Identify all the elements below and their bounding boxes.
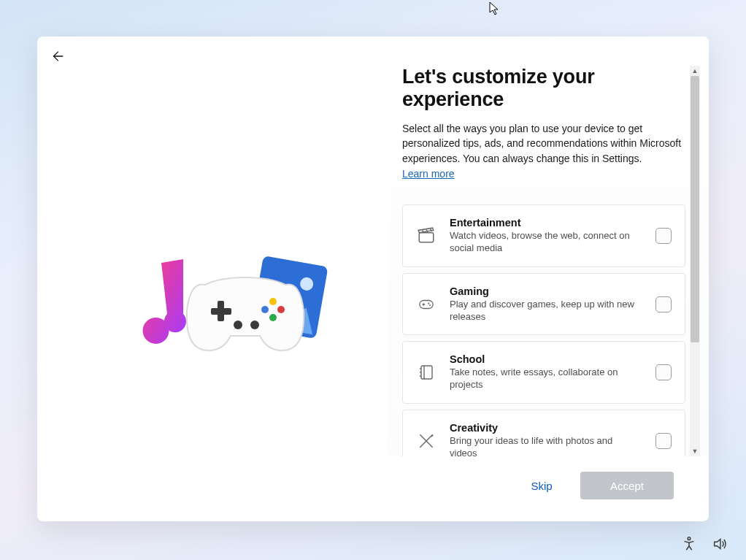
- notebook-icon: [416, 362, 437, 383]
- option-school[interactable]: School Take notes, write essays, collabo…: [402, 341, 685, 404]
- volume-icon[interactable]: [711, 535, 728, 553]
- hero-illustration: [132, 241, 351, 387]
- svg-point-5: [261, 306, 269, 313]
- option-title: School: [450, 353, 642, 365]
- option-checkbox[interactable]: [655, 228, 672, 244]
- scroll-track[interactable]: [690, 76, 700, 446]
- option-checkbox[interactable]: [655, 296, 672, 312]
- option-checkbox[interactable]: [655, 433, 672, 449]
- options-pane: Let's customize your experience Select a…: [388, 37, 709, 456]
- skip-button[interactable]: Skip: [523, 472, 560, 499]
- svg-rect-11: [420, 300, 433, 308]
- brush-pencil-icon: [416, 431, 437, 451]
- svg-point-7: [269, 314, 277, 321]
- system-tray: [680, 535, 728, 553]
- cursor-arrow-icon: [489, 1, 501, 16]
- option-title: Creativity: [450, 422, 642, 434]
- scrollbar[interactable]: ▲ ▼: [690, 66, 700, 456]
- clapperboard-icon: [416, 226, 437, 246]
- option-creativity[interactable]: Creativity Bring your ideas to life with…: [402, 410, 685, 456]
- svg-point-12: [428, 302, 429, 304]
- page-title: Let's customize your experience: [402, 66, 685, 111]
- gamepad-icon: [416, 294, 437, 315]
- option-desc: Take notes, write essays, collaborate on…: [450, 367, 642, 391]
- page-subtext: Select all the ways you plan to use your…: [402, 121, 685, 166]
- svg-point-4: [269, 298, 277, 305]
- content-area: Let's customize your experience Select a…: [37, 37, 709, 521]
- svg-point-8: [234, 321, 242, 329]
- accessibility-icon[interactable]: [680, 535, 698, 553]
- option-desc: Watch videos, browse the web, connect on…: [450, 230, 642, 255]
- accept-button[interactable]: Accept: [580, 472, 674, 499]
- scroll-down-arrow-icon[interactable]: ▼: [690, 446, 700, 456]
- option-text: Creativity Bring your ideas to life with…: [450, 422, 642, 456]
- option-desc: Play and discover games, keep up with ne…: [450, 299, 642, 323]
- svg-rect-10: [419, 232, 434, 242]
- scroll-up-arrow-icon[interactable]: ▲: [690, 66, 700, 76]
- learn-more-link[interactable]: Learn more: [402, 168, 455, 180]
- svg-rect-14: [421, 366, 432, 379]
- option-text: School Take notes, write essays, collabo…: [450, 353, 642, 391]
- svg-point-9: [250, 321, 259, 329]
- button-row: Skip Accept: [523, 472, 674, 499]
- option-desc: Bring your ideas to life with photos and…: [450, 435, 642, 456]
- back-button[interactable]: [49, 48, 65, 64]
- svg-point-6: [277, 306, 285, 313]
- option-title: Gaming: [450, 285, 642, 297]
- scroll-region[interactable]: Let's customize your experience Select a…: [402, 66, 688, 456]
- option-text: Entertainment Watch videos, browse the w…: [450, 217, 642, 255]
- option-text: Gaming Play and discover games, keep up …: [450, 285, 642, 323]
- scroll-thumb[interactable]: [691, 76, 699, 342]
- svg-point-15: [688, 537, 691, 540]
- option-gaming[interactable]: Gaming Play and discover games, keep up …: [402, 273, 685, 336]
- svg-rect-3: [218, 301, 224, 321]
- oobe-modal: Let's customize your experience Select a…: [37, 37, 709, 521]
- illustration-pane: [37, 37, 388, 521]
- option-title: Entertainment: [450, 217, 642, 229]
- svg-point-13: [429, 304, 431, 305]
- option-checkbox[interactable]: [655, 364, 672, 380]
- option-entertainment[interactable]: Entertainment Watch videos, browse the w…: [402, 204, 685, 267]
